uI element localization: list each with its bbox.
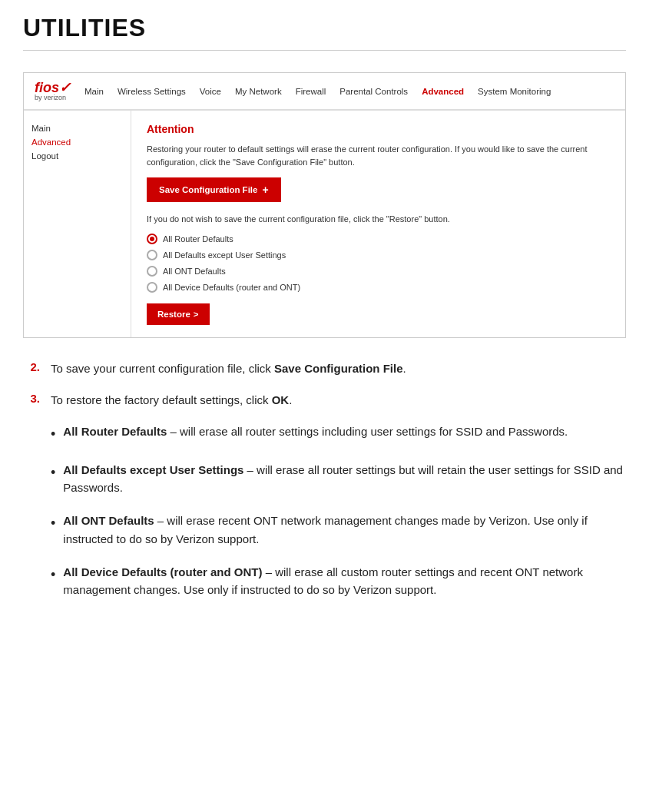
restore-arrow: > [194, 310, 199, 319]
restore-button[interactable]: Restore > [147, 303, 210, 325]
nav-link-parental[interactable]: Parental Controls [339, 87, 408, 96]
page-title-divider [23, 50, 626, 51]
instruction-item-3: 3. To restore the factory default settin… [23, 391, 626, 409]
radio-item-2[interactable]: All ONT Defaults [147, 266, 610, 277]
nav-link-advanced[interactable]: Advanced [422, 87, 464, 96]
router-nav: fios✓ by verizon Main Wireless Settings … [24, 73, 625, 110]
bullet-text-1: All Defaults except User Settings – will… [63, 461, 626, 497]
instruction-num-2: 2. [23, 360, 40, 373]
fios-logo: fios✓ by verizon [35, 81, 71, 101]
radio-circle-1[interactable] [147, 250, 157, 260]
bullet-text-0: All Router Defaults – will erase all rou… [63, 423, 568, 440]
radio-circle-0[interactable] [147, 234, 157, 244]
nav-link-sysmon[interactable]: System Monitoring [478, 87, 551, 96]
fios-logo-sub: by verizon [35, 94, 71, 101]
bullet-dot-0: • [51, 424, 55, 446]
instructions: 2. To save your current configuration fi… [0, 360, 649, 638]
router-ui-wrapper: fios✓ by verizon Main Wireless Settings … [23, 72, 626, 338]
sidebar-link-logout[interactable]: Logout [31, 149, 123, 163]
instruction-text-3: To restore the factory default settings,… [51, 391, 292, 409]
nav-link-main[interactable]: Main [84, 87, 104, 96]
bullet-item-1: • All Defaults except User Settings – wi… [51, 461, 626, 497]
bullet-text-2: All ONT Defaults – will erase recent ONT… [63, 512, 626, 548]
radio-item-3[interactable]: All Device Defaults (router and ONT) [147, 282, 610, 293]
radio-item-0[interactable]: All Router Defaults [147, 234, 610, 244]
instruction-text-2: To save your current configuration file,… [51, 360, 406, 377]
radio-label-2: All ONT Defaults [163, 267, 226, 276]
nav-link-wireless[interactable]: Wireless Settings [118, 87, 186, 96]
router-main: Attention Restoring your router to defau… [131, 111, 625, 337]
radio-label-1: All Defaults except User Settings [163, 250, 286, 260]
radio-circle-3[interactable] [147, 282, 157, 293]
bullet-item-0: • All Router Defaults – will erase all r… [51, 423, 626, 446]
restore-label: Restore [157, 310, 190, 319]
restore-text: If you do not wish to save the current c… [147, 213, 610, 226]
nav-links: Main Wireless Settings Voice My Network … [84, 87, 551, 96]
nav-link-firewall[interactable]: Firewall [296, 87, 326, 96]
sidebar-link-advanced[interactable]: Advanced [31, 135, 123, 149]
bullet-item-3: • All Device Defaults (router and ONT) –… [51, 563, 626, 599]
bullet-list: • All Router Defaults – will erase all r… [51, 423, 626, 598]
nav-link-voice[interactable]: Voice [200, 87, 221, 96]
attention-text: Restoring your router to default setting… [147, 143, 610, 168]
save-config-plus: + [262, 184, 268, 196]
radio-item-1[interactable]: All Defaults except User Settings [147, 250, 610, 260]
bullet-dot-2: • [51, 513, 55, 535]
save-config-button[interactable]: Save Configuration File + [147, 177, 281, 202]
save-config-label: Save Configuration File [159, 185, 257, 194]
radio-label-3: All Device Defaults (router and ONT) [163, 283, 300, 292]
page-title-section: UTILITIES [0, 0, 649, 72]
bullet-item-2: • All ONT Defaults – will erase recent O… [51, 512, 626, 548]
router-sidebar: Main Advanced Logout [24, 111, 131, 337]
instruction-item-2: 2. To save your current configuration fi… [23, 360, 626, 377]
bullet-dot-1: • [51, 462, 55, 484]
radio-label-0: All Router Defaults [163, 234, 233, 244]
sidebar-link-main[interactable]: Main [31, 121, 123, 135]
page-title: UTILITIES [23, 14, 626, 42]
radio-group: All Router Defaults All Defaults except … [147, 234, 610, 293]
radio-circle-2[interactable] [147, 266, 157, 277]
fios-logo-text: fios✓ [35, 81, 71, 94]
attention-title: Attention [147, 123, 610, 135]
nav-link-mynetwork[interactable]: My Network [235, 87, 282, 96]
bullet-text-3: All Device Defaults (router and ONT) – w… [63, 563, 626, 599]
router-content: Main Advanced Logout Attention Restoring… [24, 111, 625, 337]
instruction-num-3: 3. [23, 392, 40, 405]
bullet-dot-3: • [51, 565, 55, 586]
